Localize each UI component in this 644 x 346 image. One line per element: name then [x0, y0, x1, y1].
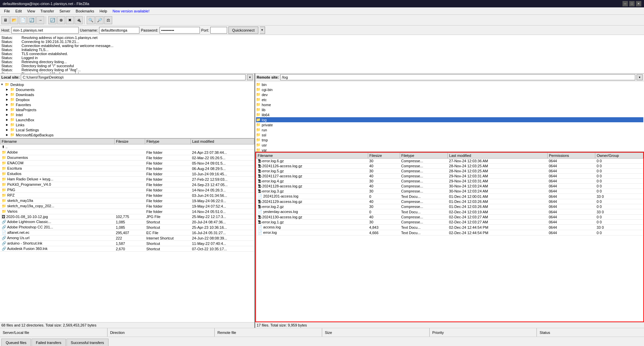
remote-col-filetype[interactable]: Filetype	[400, 153, 448, 159]
remote-tree-item[interactable]: 📁bin	[256, 82, 643, 87]
local-file-row[interactable]: 📁 Estudios File folder 10-Jun-24 09:16:4…	[0, 171, 254, 177]
remote-tree-item[interactable]: 📁etc	[256, 97, 643, 102]
close-button[interactable]: ✕	[636, 1, 641, 6]
local-path-input[interactable]	[21, 74, 246, 80]
local-file-row[interactable]: 📁 Ham Radio Deluxe + keyg... File folder…	[0, 177, 254, 182]
local-col-filesize[interactable]: Filesize	[115, 139, 145, 144]
toolbar-search[interactable]: 🔍	[87, 16, 95, 24]
remote-tree-item[interactable]: 📁var	[256, 147, 643, 152]
menu-file[interactable]: File	[1, 8, 13, 14]
remote-tree-item[interactable]: 📁dev	[256, 92, 643, 97]
remote-file-row[interactable]: 📄 yesterday-access.log 0 Text Docu... 02…	[256, 209, 643, 215]
toolbar-btn3[interactable]: 📄	[19, 16, 27, 24]
remote-file-row[interactable]: 🗜 20241127-access.log.gz 40 Compresse...…	[256, 174, 643, 179]
toolbar-cancel[interactable]: ⊗	[57, 16, 65, 24]
toolbar-new-site[interactable]: 🖥	[1, 16, 9, 24]
username-input[interactable]	[99, 27, 139, 34]
local-col-filename[interactable]: Filename	[0, 139, 115, 144]
remote-tree-item[interactable]: 📁home	[256, 102, 643, 107]
remote-tree-item[interactable]: 📁run	[256, 127, 643, 132]
local-path-dropdown[interactable]: ▼	[247, 74, 253, 80]
remote-path-dropdown[interactable]: ▼	[637, 74, 643, 80]
quickconnect-button[interactable]: Quickconnect	[228, 27, 258, 34]
local-tree-item[interactable]: ▶📁IdeaProjects	[1, 107, 254, 112]
remote-file-row[interactable]: 🗜 error.log.3.gz 30 Compresse... 30-Nov-…	[256, 189, 643, 194]
local-file-row[interactable]: 📁 Documentos File folder 02-Mar-22 05:26…	[0, 155, 254, 161]
remote-col-filename[interactable]: Filename	[256, 153, 368, 159]
local-file-row[interactable]: 📁 PNG File folder 14-Nov-24 05:26:3...	[0, 187, 254, 193]
menu-bookmarks[interactable]: Bookmarks	[73, 8, 97, 14]
local-col-modified[interactable]: Last modified	[190, 139, 254, 144]
tab-failed-transfers[interactable]: Failed transfers	[32, 339, 66, 346]
toolbar-disconnect[interactable]: ✖	[66, 16, 74, 24]
menu-transfer[interactable]: Transfer	[38, 8, 57, 14]
remote-col-owner[interactable]: Owner/Group	[595, 153, 643, 159]
local-tree-item[interactable]: ▶📁Downloads	[1, 92, 254, 97]
remote-tree-item[interactable]: 📁cgi-bin	[256, 87, 643, 92]
local-tree-item[interactable]: ▶📁Local Settings	[1, 127, 254, 132]
toolbar-compare[interactable]: ⚖	[104, 16, 112, 24]
local-file-row[interactable]: 📁 RPZ File folder 03-Jun-24 01:34:56...	[0, 193, 254, 198]
toolbar-search2[interactable]: 🔎	[95, 16, 103, 24]
remote-tree-item[interactable]: 📁tmp	[256, 137, 643, 142]
tab-successful-transfers[interactable]: Successful transfers	[67, 339, 109, 346]
local-file-row[interactable]: 📁 sketch_may19a File folder 19-May-24 06…	[0, 198, 254, 204]
toolbar-refresh[interactable]: 🔃	[48, 16, 56, 24]
local-file-row[interactable]: 🔗 Adobe Photoshop CC 201... 1,085 Shortc…	[0, 225, 254, 230]
remote-file-row[interactable]: 🗜 error.log.5.gz 30 Compresse... 28-Nov-…	[256, 169, 643, 174]
local-file-row[interactable]: 📁 Adobe File folder 24-Apr-23 07:38:44..…	[0, 150, 254, 155]
remote-tree-item[interactable]: 📁lib64	[256, 112, 643, 117]
remote-col-modified[interactable]: Last modified	[448, 153, 548, 159]
remote-col-perms[interactable]: Permissions	[547, 153, 595, 159]
quickconnect-dropdown[interactable]: ▼	[260, 27, 265, 34]
remote-tree-item[interactable]: 📁lib	[256, 107, 643, 112]
minimize-button[interactable]: ─	[622, 1, 628, 6]
local-file-row[interactable]: 📁 Varios File folder 14-Nov-24 05:51:0..…	[0, 209, 254, 214]
remote-file-row[interactable]: 🗜 20241128-access.log.gz 40 Compresse...…	[256, 184, 643, 189]
remote-file-row[interactable]: 🗜 20241130-access.log.gz 40 Compresse...…	[256, 215, 643, 220]
local-tree-item[interactable]: ▶📁Documents	[1, 87, 254, 92]
local-file-row[interactable]: 📁 ENACOM File folder 05-Nov-24 09:01:5..…	[0, 161, 254, 166]
remote-file-row[interactable]: 📄 error.log 4,666 Text Docu... 02-Dec-24…	[256, 230, 643, 235]
remote-tree-item[interactable]: 📁usr	[256, 142, 643, 147]
menu-edit[interactable]: Edit	[13, 8, 25, 14]
local-file-row[interactable]: 📁 sketch_may19a_copy_202... File folder …	[0, 204, 254, 209]
remote-file-row[interactable]: 🗜 error.log.2.gz 30 Compresse... 01-Dec-…	[256, 204, 643, 209]
local-tree-item[interactable]: ▶📁Favorites	[1, 102, 254, 107]
remote-tree-item[interactable]: 📁log	[256, 117, 643, 122]
local-file-row[interactable]: ⬆ ..	[0, 144, 254, 150]
remote-file-row[interactable]: 🗜 error.log.1.gz 30 Compresse... 02-Dec-…	[256, 220, 643, 225]
password-input[interactable]	[160, 27, 200, 34]
menu-view[interactable]: View	[25, 8, 38, 14]
remote-file-row[interactable]: 🗜 20241129-access.log.gz 40 Compresse...…	[256, 199, 643, 204]
remote-file-row[interactable]: 🗜 error.log.6.gz 30 Compresse... 27-Nov-…	[256, 159, 643, 164]
local-tree-item[interactable]: ▶📁LaunchBox	[1, 117, 254, 122]
menu-new-version[interactable]: New version available!	[110, 8, 152, 14]
tab-queued-files[interactable]: Queued files	[1, 339, 31, 346]
toolbar-btn5[interactable]: →	[36, 16, 44, 24]
port-input[interactable]	[210, 27, 227, 34]
remote-file-row[interactable]: 📄 access.log 4,843 Text Docu... 02-Dec-2…	[256, 225, 643, 230]
local-tree-item[interactable]: ▶📁Intel	[1, 112, 254, 117]
remote-tree-item[interactable]: 📁ssl	[256, 132, 643, 137]
remote-tree-item[interactable]: 📁private	[256, 122, 643, 127]
menu-help[interactable]: Help	[97, 8, 110, 14]
toolbar-reconnect[interactable]: 🔌	[75, 16, 83, 24]
local-file-row[interactable]: 🔗 Adobe Lightroom Classic... 1,085 Short…	[0, 219, 254, 225]
local-tree-item[interactable]: ▶📁Links	[1, 122, 254, 127]
local-file-row[interactable]: 🔗 Autodesk Fusion 360.lnk 2,670 Shortcut…	[0, 246, 254, 252]
menu-server[interactable]: Server	[57, 8, 73, 14]
local-file-row[interactable]: 🔗 Among Us.url 222 Internet Shortcut 24-…	[0, 235, 254, 241]
local-file-row[interactable]: 📁 PicKit3_Programmer_V4.0 File folder 24…	[0, 182, 254, 187]
remote-file-row[interactable]: 🗜 error.log.4.gz 30 Compresse... 29-Nov-…	[256, 179, 643, 184]
remote-file-row[interactable]: 📄 20241201-access.log 0 Text Docu... 01-…	[256, 194, 643, 199]
local-tree-item[interactable]: ▼📁Desktop	[1, 82, 254, 87]
toolbar-open-manager[interactable]: 📂	[10, 16, 18, 24]
local-file-row[interactable]: 📄 alfanet.net.ec 295,407 EC File 16-Jul-…	[0, 230, 254, 235]
maximize-button[interactable]: □	[629, 1, 635, 6]
local-file-row[interactable]: 📁 Escritura File folder 06-Aug-24 08:29:…	[0, 166, 254, 171]
local-tree-item[interactable]: ▶📁Dropbox	[1, 97, 254, 102]
remote-path-input[interactable]	[280, 74, 635, 80]
local-file-row[interactable]: 🔗 arduino - Shortcut.lnk 1,587 Shortcut …	[0, 241, 254, 246]
local-col-filetype[interactable]: Filetype	[145, 139, 190, 144]
